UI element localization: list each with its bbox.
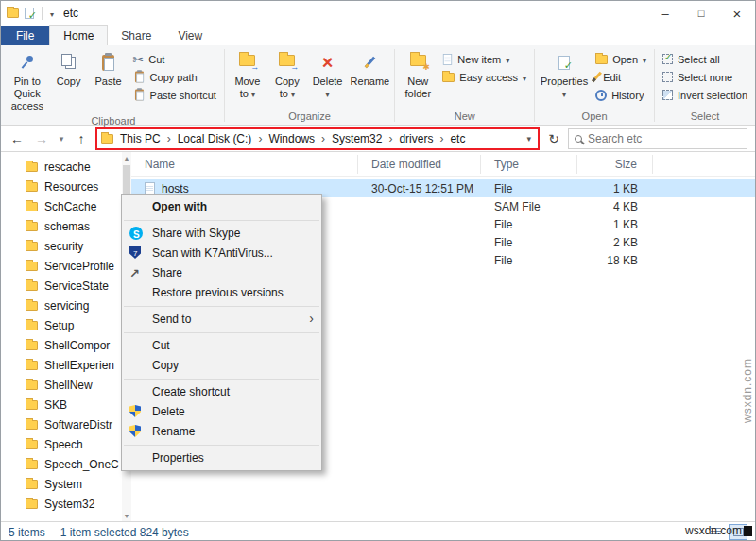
qat-separator — [42, 7, 43, 20]
sidebar-item-skb[interactable]: SKB — [1, 395, 131, 414]
breadcrumb-local-disk[interactable]: Local Disk (C:) — [173, 130, 257, 147]
copy-button[interactable]: Copy — [49, 48, 89, 89]
sidebar-item-serviceprofile[interactable]: ServiceProfile — [1, 256, 131, 276]
menu-separator — [124, 379, 319, 380]
chevron-right-icon — [258, 132, 262, 145]
rename-icon — [365, 57, 376, 68]
sidebar-item-schcache[interactable]: SchCache — [1, 196, 131, 216]
sidebar-item-softwaredistr[interactable]: SoftwareDistr — [1, 414, 131, 434]
quick-access-toolbar — [7, 7, 54, 20]
navigation-pane: rescache Resources SchCache schemas secu… — [1, 152, 131, 521]
breadcrumb-this-pc[interactable]: This PC — [115, 130, 165, 147]
search-input[interactable] — [588, 132, 741, 145]
search-box[interactable] — [568, 128, 747, 149]
forward-button[interactable] — [31, 128, 52, 149]
window-title: etc — [63, 7, 78, 20]
qat-customize-icon[interactable] — [50, 7, 54, 20]
tab-file[interactable]: File — [1, 26, 49, 45]
menu-item-copy[interactable]: Copy — [122, 356, 321, 376]
sidebar-item-resources[interactable]: Resources — [1, 177, 131, 196]
new-item-button[interactable]: New item — [438, 50, 531, 68]
history-button[interactable]: History — [591, 86, 651, 104]
sidebar-item-shellcompor[interactable]: ShellCompor — [1, 335, 131, 355]
breadcrumb-system32[interactable]: System32 — [327, 130, 387, 147]
new-folder-button[interactable]: ✱ Newfolder — [398, 48, 438, 101]
sidebar-item-setup[interactable]: Setup — [1, 315, 131, 335]
folder-icon — [26, 400, 38, 410]
menu-item-scan-with-k7antivirus[interactable]: Scan with K7AntiVirus... — [122, 244, 321, 263]
paste-shortcut-button[interactable]: Paste shortcut — [129, 86, 221, 104]
menu-item-open-with[interactable]: Open with — [122, 197, 321, 217]
sidebar-item-schemas[interactable]: schemas — [1, 216, 131, 236]
up-button[interactable] — [71, 128, 92, 149]
sidebar-item-servicing[interactable]: servicing — [1, 296, 131, 315]
new-item-label: New item — [457, 54, 501, 65]
menu-item-share[interactable]: Share — [122, 263, 321, 283]
refresh-icon[interactable] — [543, 128, 564, 149]
menu-item-cut[interactable]: Cut — [122, 336, 321, 356]
pin-to-quick-access-button[interactable]: Pin to Quickaccess — [6, 48, 49, 114]
folder-icon — [26, 182, 38, 192]
address-dropdown-icon[interactable] — [524, 134, 534, 144]
sidebar-item-rescache[interactable]: rescache — [1, 157, 131, 177]
menu-item-share-with-skype[interactable]: Share with Skype — [122, 224, 321, 244]
select-all-button[interactable]: Select all — [658, 50, 752, 68]
sidebar-item-speech-onec[interactable]: Speech_OneC — [1, 454, 131, 474]
menu-item-create-shortcut[interactable]: Create shortcut — [122, 382, 321, 402]
select-none-button[interactable]: Select none — [658, 68, 752, 86]
breadcrumb-etc[interactable]: etc — [445, 130, 470, 147]
column-header-size[interactable]: Size — [577, 155, 653, 174]
close-button[interactable] — [719, 1, 755, 25]
sidebar-item-shellexperien[interactable]: ShellExperien — [1, 355, 131, 375]
sidebar-item-security[interactable]: security — [1, 236, 131, 256]
scroll-down-icon[interactable] — [124, 510, 130, 521]
sidebar-item-shellnew[interactable]: ShellNew — [1, 375, 131, 395]
menu-item-send-to[interactable]: Send to — [122, 310, 321, 330]
paste-button[interactable]: Paste — [89, 48, 129, 89]
tab-share[interactable]: Share — [108, 26, 164, 45]
delete-button[interactable]: Delete — [307, 48, 348, 101]
maximize-button[interactable] — [683, 1, 719, 25]
column-header-type[interactable]: Type — [481, 155, 577, 174]
qat-properties-icon[interactable] — [25, 8, 34, 19]
breadcrumb-windows[interactable]: Windows — [264, 130, 319, 147]
folder-icon — [26, 480, 38, 489]
column-header-name[interactable]: Name — [131, 155, 358, 174]
breadcrumb[interactable]: This PC Local Disk (C:) Windows System32… — [95, 127, 540, 150]
sidebar-item-servicestate[interactable]: ServiceState — [1, 276, 131, 296]
recent-locations-button[interactable] — [56, 128, 67, 149]
sidebar-item-label: servicing — [44, 299, 89, 313]
invert-selection-button[interactable]: Invert selection — [658, 86, 752, 104]
open-button[interactable]: Open — [591, 50, 651, 68]
sidebar-item-system[interactable]: System — [1, 474, 131, 494]
easy-access-icon — [442, 73, 455, 82]
menu-item-rename[interactable]: Rename — [122, 422, 321, 442]
cut-button[interactable]: Cut — [129, 50, 221, 68]
edit-button[interactable]: Edit — [591, 68, 651, 86]
file-size: 1 KB — [577, 182, 653, 195]
edit-label: Edit — [603, 72, 621, 83]
menu-item-delete[interactable]: Delete — [122, 402, 321, 422]
move-to-button[interactable]: → Moveto — [228, 48, 267, 101]
folder-icon — [26, 361, 38, 370]
rename-label: Rename — [351, 76, 390, 88]
minimize-button[interactable] — [647, 1, 683, 25]
dropdown-icon — [506, 54, 509, 65]
sidebar-item-system32[interactable]: System32 — [1, 494, 131, 514]
menu-item-restore-previous-versions[interactable]: Restore previous versions — [122, 283, 321, 303]
copy-to-button[interactable]: → Copyto — [267, 48, 307, 101]
menu-item-properties[interactable]: Properties — [122, 448, 321, 468]
sidebar-item-speech[interactable]: Speech — [1, 434, 131, 454]
copy-path-button[interactable]: Copy path — [129, 68, 221, 86]
tab-view[interactable]: View — [164, 26, 215, 45]
breadcrumb-drivers[interactable]: drivers — [394, 130, 438, 147]
tab-home[interactable]: Home — [49, 25, 108, 45]
rename-button[interactable]: Rename — [348, 48, 391, 89]
scroll-up-icon[interactable] — [124, 152, 130, 163]
easy-access-button[interactable]: Easy access — [438, 68, 531, 86]
share-icon — [129, 266, 140, 281]
properties-button[interactable]: Properties — [538, 48, 591, 101]
column-header-date-modified[interactable]: Date modified — [358, 155, 481, 174]
skype-icon — [129, 227, 143, 240]
back-button[interactable] — [7, 128, 27, 149]
